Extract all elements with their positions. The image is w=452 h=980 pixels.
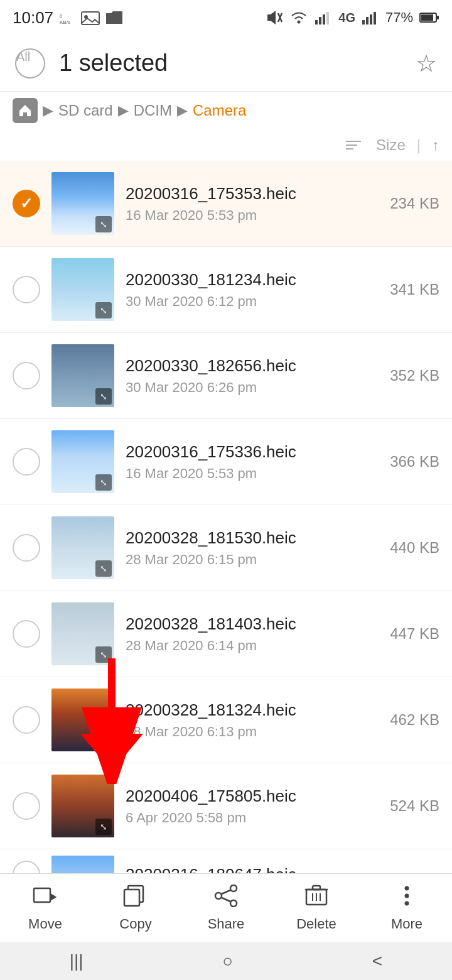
folder-icon [105, 9, 124, 26]
file-size: 447 KB [390, 625, 439, 643]
sort-bar: Size | ↑ [0, 129, 452, 161]
breadcrumb-arrow-2: ▶ [118, 102, 129, 119]
signal-icon [315, 10, 332, 25]
svg-rect-8 [315, 20, 318, 24]
svg-rect-15 [374, 12, 376, 24]
svg-line-31 [222, 890, 230, 894]
file-date: 28 Mar 2020 6:14 pm [126, 638, 379, 654]
file-thumbnail: ⤡ [51, 172, 114, 235]
file-info: 20200316_175336.heic 16 Mar 2020 5:53 pm [126, 442, 379, 482]
file-info: 20200406_175805.heic 6 Apr 2020 5:58 pm [126, 787, 379, 826]
file-name: 20200330_181234.heic [126, 270, 379, 290]
share-icon [213, 885, 239, 912]
file-size: 440 KB [390, 539, 439, 557]
file-checkbox[interactable] [13, 706, 40, 734]
all-label: All [16, 50, 30, 63]
breadcrumb-arrow-1: ▶ [43, 102, 53, 119]
copy-icon [123, 885, 148, 912]
expand-icon: ⤡ [95, 646, 112, 663]
network-type: 4G [338, 11, 355, 25]
copy-button[interactable]: Copy [90, 885, 181, 932]
breadcrumb-dcim[interactable]: DCIM [134, 102, 172, 119]
file-name: 20200330_182656.heic [126, 356, 379, 376]
svg-rect-18 [437, 16, 439, 19]
battery-level: 77% [385, 9, 413, 26]
expand-icon: ⤡ [95, 560, 112, 577]
more-label: More [391, 916, 422, 932]
svg-line-32 [222, 898, 230, 901]
more-button[interactable]: More [362, 885, 452, 932]
back-button[interactable]: < [353, 945, 401, 977]
file-item[interactable]: ⤡ 20200328_181403.heic 28 Mar 2020 6:14 … [0, 591, 452, 677]
expand-icon: ⤡ [95, 819, 112, 835]
breadcrumb-sdcard[interactable]: SD card [58, 102, 113, 119]
file-thumbnail: ⤡ [51, 689, 114, 751]
gallery-icon [81, 9, 100, 26]
file-item[interactable]: ⤡ 20200316_175336.heic 16 Mar 2020 5:53 … [0, 419, 452, 505]
delete-label: Delete [296, 916, 336, 932]
delete-button[interactable]: Delete [271, 885, 362, 932]
file-thumbnail: ⤡ [51, 775, 114, 837]
file-size: 366 KB [390, 453, 439, 471]
wifi-icon [289, 8, 308, 27]
file-item[interactable]: ⤡ 20200328_181324.heic 28 Mar 2020 6:13 … [0, 677, 452, 763]
menu-button[interactable]: ||| [51, 945, 102, 977]
file-name: 20200316_175336.heic [126, 442, 379, 462]
file-checkbox[interactable]: ✓ [13, 190, 40, 217]
star-button[interactable]: ☆ [416, 50, 437, 77]
file-size: 462 KB [390, 711, 439, 729]
nav-bar: ||| ○ < [0, 942, 452, 980]
svg-rect-27 [124, 890, 139, 906]
time-display: 10:07 [13, 8, 53, 28]
file-item[interactable]: ⤡ 20200406_175805.heic 6 Apr 2020 5:58 p… [0, 763, 452, 849]
file-checkbox[interactable] [13, 276, 40, 303]
file-name: 20200328_181324.heic [126, 700, 379, 720]
file-info: 20200316_175353.heic 16 Mar 2020 5:53 pm [126, 184, 379, 224]
file-checkbox[interactable] [13, 534, 40, 562]
file-item[interactable]: ⤡ 20200330_181234.heic 30 Mar 2020 6:12 … [0, 247, 452, 333]
svg-point-29 [230, 900, 237, 906]
home-icon[interactable] [13, 98, 38, 123]
file-date: 16 Mar 2020 5:53 pm [126, 207, 379, 224]
mute-icon [264, 8, 283, 27]
file-checkbox[interactable] [13, 792, 40, 820]
expand-icon: ⤡ [95, 388, 112, 405]
file-checkbox[interactable] [13, 620, 40, 648]
share-button[interactable]: Share [181, 885, 271, 932]
svg-rect-2 [82, 12, 99, 24]
select-all-button[interactable]: All [15, 48, 45, 79]
home-button[interactable]: ○ [203, 945, 252, 977]
sort-icon[interactable] [345, 138, 362, 153]
svg-point-41 [405, 901, 409, 905]
svg-rect-13 [366, 17, 369, 24]
delete-icon [304, 885, 329, 912]
file-info: 20200328_181324.heic 28 Mar 2020 6:13 pm [126, 700, 379, 740]
file-date: 30 Mar 2020 6:12 pm [126, 293, 379, 310]
status-bar: 10:07 0 KB/s 4G [0, 0, 452, 35]
file-checkbox[interactable] [13, 362, 40, 389]
file-info: 20200328_181403.heic 28 Mar 2020 6:14 pm [126, 614, 379, 654]
svg-rect-14 [370, 14, 372, 24]
sort-direction-icon[interactable]: ↑ [432, 136, 439, 154]
file-date: 6 Apr 2020 5:58 pm [126, 810, 379, 826]
svg-point-7 [298, 21, 301, 24]
file-item[interactable]: ⤡ 20200330_182656.heic 30 Mar 2020 6:26 … [0, 333, 452, 419]
file-checkbox[interactable] [13, 448, 40, 476]
file-date: 28 Mar 2020 6:15 pm [126, 552, 379, 568]
svg-rect-9 [319, 17, 321, 24]
move-button[interactable]: Move [0, 885, 90, 932]
svg-point-39 [405, 886, 409, 890]
file-size: 352 KB [390, 367, 439, 384]
file-name: 20200406_175805.heic [126, 787, 379, 806]
selection-title: 1 selected [59, 50, 168, 77]
bottom-toolbar: Move Copy Share [0, 873, 452, 942]
file-thumbnail: ⤡ [51, 430, 114, 493]
svg-rect-10 [323, 14, 325, 24]
sort-label[interactable]: Size [376, 136, 406, 154]
breadcrumb-camera[interactable]: Camera [193, 102, 246, 119]
file-item[interactable]: ⤡ 20200328_181530.heic 28 Mar 2020 6:15 … [0, 505, 452, 591]
svg-point-30 [215, 893, 222, 899]
file-thumbnail: ⤡ [51, 344, 114, 407]
file-item[interactable]: ✓ ⤡ 20200316_175353.heic 16 Mar 2020 5:5… [0, 161, 452, 247]
file-thumbnail: ⤡ [51, 602, 114, 665]
